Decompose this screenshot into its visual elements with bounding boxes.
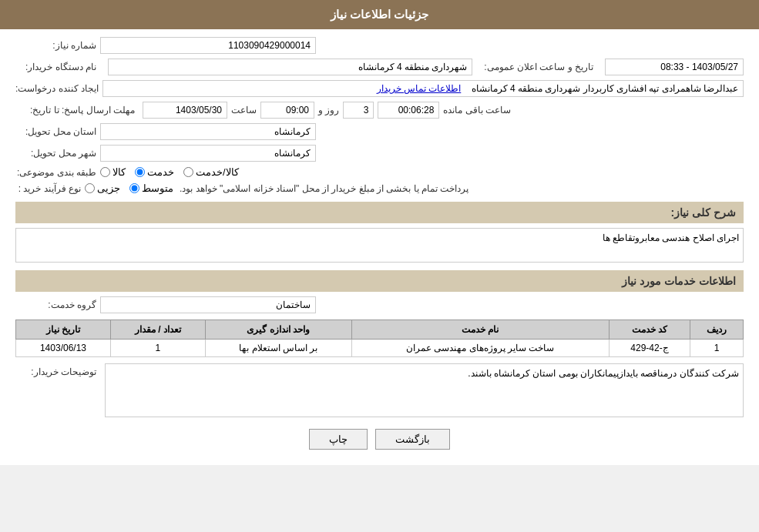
- page-content: شماره نیاز: 1103090429000014 نام دستگاه …: [0, 29, 759, 465]
- mohlat-saat-label: ساعت: [231, 105, 257, 115]
- tarikh-elan-value: 1403/05/27 - 08:33: [605, 59, 744, 75]
- cell-name: ساخت سایر پروژه‌های مهندسی عمران: [351, 340, 609, 357]
- page-title: جزئیات اطلاعات نیاز: [331, 8, 428, 21]
- shomare-niaz-label: شماره نیاز:: [15, 40, 100, 51]
- ejad-konande-label: ایجاد کننده درخواست:: [15, 83, 102, 94]
- col-tedad: تعداد / مقدار: [110, 320, 205, 340]
- noe-jozii-radio[interactable]: [85, 183, 95, 193]
- tosif-value: شرکت کنندگان درمناقصه بایدازپیمانکاران ب…: [105, 363, 744, 417]
- mohlat-saat-value: 09:00: [260, 102, 314, 119]
- khadamat-table: ردیف کد خدمت نام خدمت واحد اندازه گیری ت…: [15, 320, 744, 357]
- tabaqe-label: طبقه بندی موضوعی:: [15, 167, 100, 178]
- ostan-row: استان محل تحویل: کرمانشاه: [15, 123, 744, 140]
- mohlat-label: مهلت ارسال پاسخ: تا تاریخ:: [15, 105, 139, 115]
- tabaqe-kala-label: کالا: [113, 166, 126, 178]
- cell-radif: 1: [690, 340, 744, 357]
- noe-farayand-label: نوع فرآیند خرید :: [15, 183, 85, 194]
- table-row: 1 ج-42-429 ساخت سایر پروژه‌های مهندسی عم…: [16, 340, 744, 357]
- khadamat-section-title: اطلاعات خدمات مورد نیاز: [622, 275, 736, 287]
- ejad-konande-text: عبدالرضا شاهمرادی تپه افشاری کاربردار شه…: [472, 83, 738, 94]
- mohlat-row: مهلت ارسال پاسخ: تا تاریخ: 1403/05/30 سا…: [15, 102, 744, 119]
- tabaqe-khadamat-label: خدمت: [147, 166, 174, 178]
- noe-farayand-radio-group: جزیی متوسط: [85, 182, 173, 194]
- noe-motavasset-radio[interactable]: [129, 183, 139, 193]
- shahr-value: کرمانشاه: [100, 145, 316, 162]
- cell-tarikh: 1403/06/13: [16, 340, 111, 357]
- col-tarikh: تاریخ نیاز: [16, 320, 111, 340]
- back-button[interactable]: بازگشت: [375, 429, 450, 450]
- button-row: بازگشت چاپ: [15, 429, 744, 450]
- grohe-khadamat-label: گروه خدمت:: [15, 299, 100, 310]
- cell-kod: ج-42-429: [609, 340, 690, 357]
- tabaqe-radio-group: کالا خدمت کالا/خدمت: [100, 166, 239, 178]
- col-kod: کد خدمت: [609, 320, 690, 340]
- noe-motavasset-label: متوسط: [142, 182, 173, 194]
- tabaqe-kalakhadamat-label: کالا/خدمت: [196, 166, 239, 178]
- tabaqe-khadamat-radio[interactable]: [135, 167, 145, 177]
- table-header-row: ردیف کد خدمت نام خدمت واحد اندازه گیری ت…: [16, 320, 744, 340]
- sharh-box-wrapper: اجرای اصلاح هندسی معابروتقاطع ها: [15, 228, 744, 263]
- shomare-niaz-value: 1103090429000014: [100, 37, 316, 54]
- nam-dastgah-label: نام دستگاه خریدار:: [15, 62, 100, 72]
- tabaqe-row: طبقه بندی موضوعی: کالا خدمت کالا/خدمت: [15, 166, 744, 178]
- tabaqe-kala-item: کالا: [100, 166, 126, 178]
- page-header: جزئیات اطلاعات نیاز: [0, 0, 759, 29]
- tosif-label: توضیحات خریدار:: [15, 363, 100, 377]
- grohe-khadamat-value: ساختمان: [100, 296, 316, 313]
- nam-dastgah-value: شهرداری منطقه 4 کرمانشاه: [108, 59, 472, 75]
- shahr-label: شهر محل تحویل:: [15, 148, 100, 159]
- mohlat-baqi-value: 00:06:28: [378, 102, 439, 119]
- mohlat-date: 1403/05/30: [143, 102, 227, 119]
- col-vahed: واحد اندازه گیری: [205, 320, 351, 340]
- sharh-section-title: شرح کلی نیاز:: [671, 206, 736, 219]
- cell-tedad: 1: [110, 340, 205, 357]
- noe-jozii-label: جزیی: [97, 182, 120, 194]
- print-button[interactable]: چاپ: [309, 429, 368, 450]
- shahr-row: شهر محل تحویل: کرمانشاه: [15, 145, 744, 162]
- ostan-label: استان محل تحویل:: [15, 126, 100, 137]
- tabaqe-kalakhadamat-radio[interactable]: [183, 167, 193, 177]
- ejad-konande-row: ایجاد کننده درخواست: عبدالرضا شاهمرادی ت…: [15, 80, 744, 97]
- col-name: نام خدمت: [351, 320, 609, 340]
- tabaqe-kala-radio[interactable]: [100, 167, 110, 177]
- tabaqe-khadamat-item: خدمت: [135, 166, 174, 178]
- tabaqe-kalakhadamat-item: کالا/خدمت: [183, 166, 239, 178]
- col-radif: ردیف: [690, 320, 744, 340]
- main-container: جزئیات اطلاعات نیاز شماره نیاز: 11030904…: [0, 0, 759, 465]
- shomare-niaz-row: شماره نیاز: 1103090429000014: [15, 37, 744, 54]
- ejad-konande-value: عبدالرضا شاهمرادی تپه افشاری کاربردار شه…: [102, 80, 744, 97]
- noe-farayand-note: پرداخت تمام یا بخشی از مبلغ خریدار از مح…: [180, 183, 468, 194]
- noe-farayand-row: نوع فرآیند خرید : جزیی متوسط پرداخت تمام…: [15, 182, 744, 194]
- noe-motavasset-item: متوسط: [129, 182, 173, 194]
- grohe-khadamat-row: گروه خدمت: ساختمان: [15, 296, 744, 313]
- noe-farayand-content: جزیی متوسط پرداخت تمام یا بخشی از مبلغ خ…: [85, 182, 744, 194]
- noe-jozii-item: جزیی: [85, 182, 120, 194]
- tarikh-elan-label: تاریخ و ساعت اعلان عمومی:: [480, 62, 597, 72]
- ettelaat-tamas-link[interactable]: اطلاعات تماس خریدار: [377, 83, 462, 94]
- khadamat-table-container: ردیف کد خدمت نام خدمت واحد اندازه گیری ت…: [15, 320, 744, 357]
- tosif-row: توضیحات خریدار: شرکت کنندگان درمناقصه با…: [15, 363, 744, 417]
- mohlat-rooz-value: 3: [343, 102, 374, 119]
- cell-vahed: بر اساس استعلام بها: [205, 340, 351, 357]
- mohlat-rooz-label: روز و: [318, 105, 339, 115]
- ostan-value: کرمانشاه: [100, 123, 316, 140]
- dastgah-tarikh-row: نام دستگاه خریدار: شهرداری منطقه 4 کرمان…: [15, 59, 744, 75]
- mohlat-baqi-label: ساعت باقی مانده: [443, 105, 511, 115]
- sharh-section-header: شرح کلی نیاز:: [15, 202, 744, 223]
- sharh-value: اجرای اصلاح هندسی معابروتقاطع ها: [15, 228, 744, 263]
- khadamat-section-header: اطلاعات خدمات مورد نیاز: [15, 270, 744, 292]
